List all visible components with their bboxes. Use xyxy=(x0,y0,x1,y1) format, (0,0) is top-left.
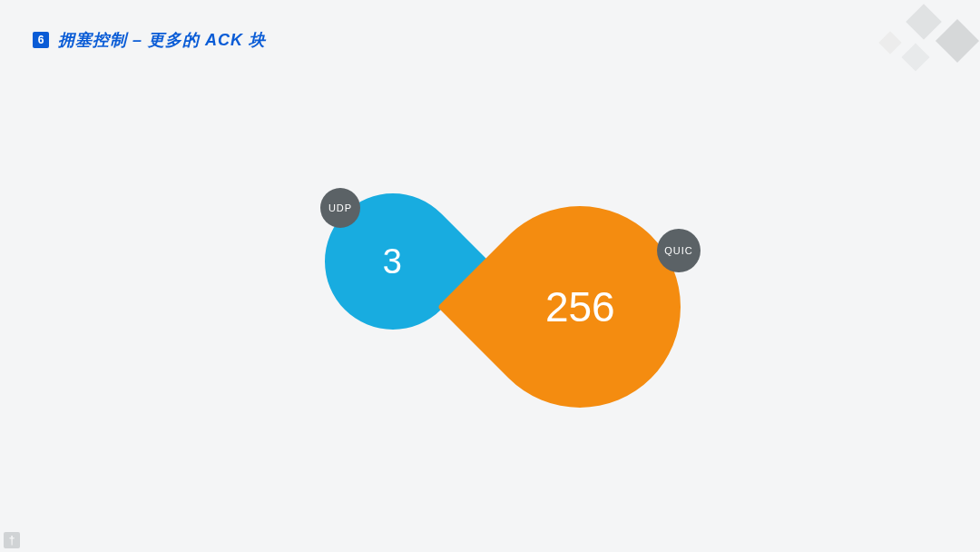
quic-label: QUIC xyxy=(664,245,693,256)
quic-value: 256 xyxy=(545,282,615,331)
quic-drop: 256 xyxy=(437,164,722,449)
quic-label-pill: QUIC xyxy=(657,229,701,272)
comparison-figure: 3 256 UDP QUIC xyxy=(0,0,980,552)
udp-label-pill: UDP xyxy=(320,188,360,228)
udp-value: 3 xyxy=(383,242,402,281)
footer-glyph-icon: † xyxy=(4,532,20,548)
udp-label: UDP xyxy=(328,202,352,213)
